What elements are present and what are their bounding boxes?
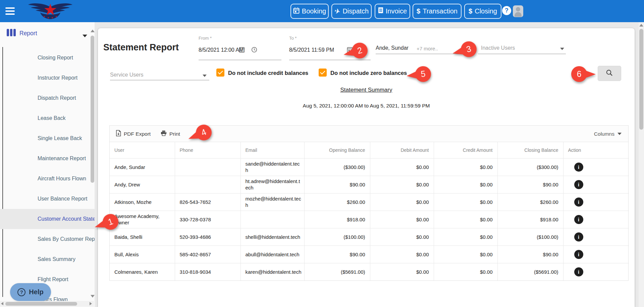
col-header-debit-amount[interactable]: Debit Amount bbox=[370, 142, 434, 158]
info-icon[interactable]: i bbox=[574, 163, 583, 172]
cell-email: mozhe@hiddentalent.tech bbox=[240, 193, 304, 211]
booking-button[interactable]: Booking bbox=[290, 4, 329, 19]
search-button[interactable] bbox=[598, 66, 621, 81]
scroll-down-icon[interactable] bbox=[91, 295, 95, 298]
col-header-user[interactable]: User bbox=[110, 142, 175, 158]
receipt-icon bbox=[378, 7, 383, 15]
closing-button[interactable]: $ Closing bbox=[464, 4, 501, 19]
zero-balances-checkbox[interactable] bbox=[319, 69, 327, 77]
columns-report-icon bbox=[7, 29, 16, 36]
cell-action: i bbox=[563, 176, 629, 193]
sidebar-item[interactable]: Sales By Customer Report bbox=[0, 229, 95, 249]
scroll-left-icon[interactable] bbox=[1, 302, 3, 305]
credit-balances-label[interactable]: Do not include credit balances bbox=[228, 70, 308, 76]
sidebar-item[interactable]: Instructor Report bbox=[0, 68, 95, 88]
sidebar-item[interactable]: Aircraft Hours Flown bbox=[0, 169, 95, 189]
cell-opening-balance: $90.00 bbox=[304, 176, 370, 193]
sidebar-horizontal-scrollbar[interactable] bbox=[0, 301, 94, 307]
cell-opening-balance: ($5691.00) bbox=[304, 263, 370, 280]
col-header-phone[interactable]: Phone bbox=[175, 142, 240, 158]
help-icon[interactable]: ? bbox=[502, 6, 511, 15]
search-icon bbox=[605, 69, 613, 78]
info-icon[interactable]: i bbox=[574, 232, 583, 242]
sidebar: Report Closing Report Instructor Report … bbox=[0, 22, 95, 307]
chevron-down-icon[interactable] bbox=[203, 75, 207, 77]
info-icon[interactable]: i bbox=[574, 180, 583, 189]
statement-summary-range: Aug 5, 2021, 12:00:00 AM to Aug 5, 2021,… bbox=[98, 103, 635, 109]
sidebar-item-label: Closing Report bbox=[0, 55, 73, 61]
columns-label: Columns bbox=[594, 131, 614, 137]
users-more-badge[interactable]: +7 more.. bbox=[417, 46, 438, 51]
sidebar-item-label: Lease Back bbox=[0, 115, 66, 121]
cell-debit-amount: $0.00 bbox=[370, 193, 434, 211]
table-row: Baida, Shelli 520-393-4686 shelli@hidden… bbox=[110, 228, 629, 246]
cell-credit-amount: $0.00 bbox=[434, 246, 497, 263]
invoice-button[interactable]: Invoice bbox=[375, 4, 410, 19]
scroll-right-icon[interactable] bbox=[90, 302, 92, 305]
cell-debit-amount: $0.00 bbox=[370, 158, 434, 176]
sidebar-item[interactable]: Closing Report bbox=[0, 48, 95, 68]
inactive-users-select[interactable]: Inactive Users bbox=[481, 45, 515, 51]
zero-balances-label[interactable]: Do not include zero balances bbox=[330, 70, 407, 76]
sidebar-item-label: Maintenance Report bbox=[0, 156, 86, 162]
pdf-file-icon bbox=[116, 130, 121, 138]
sidebar-item-label: Dispatch Report bbox=[0, 95, 76, 101]
report-submenu: Closing Report Instructor Report Dispatc… bbox=[0, 48, 95, 307]
transaction-button[interactable]: $ Transaction bbox=[413, 4, 462, 19]
sidebar-section-report[interactable]: Report bbox=[0, 22, 95, 43]
sidebar-item[interactable]: User Balance Report bbox=[0, 189, 95, 209]
scroll-up-icon[interactable] bbox=[91, 30, 95, 32]
statement-report-panel: Statement Report From * 8/5/2021 12:00 A… bbox=[98, 28, 635, 307]
cell-email: abull@hiddentalent.tech bbox=[240, 246, 304, 263]
scrollbar-thumb[interactable] bbox=[91, 36, 94, 183]
col-header-opening-balance[interactable]: Opening Balance bbox=[304, 142, 370, 158]
columns-menu-button[interactable]: Columns bbox=[594, 126, 622, 142]
user-avatar[interactable] bbox=[513, 5, 523, 17]
cell-opening-balance: ($300.00) bbox=[304, 158, 370, 176]
cell-opening-balance: $260.00 bbox=[304, 193, 370, 211]
print-button[interactable]: Print bbox=[161, 126, 180, 142]
scrollbar-thumb[interactable] bbox=[5, 302, 77, 306]
cell-debit-amount: $0.00 bbox=[370, 263, 434, 280]
col-header-email[interactable]: Email bbox=[240, 142, 304, 158]
col-header-closing-balance[interactable]: Closing Balance bbox=[497, 142, 563, 158]
chevron-down-icon[interactable] bbox=[560, 48, 564, 50]
pdf-export-button[interactable]: PDF Export bbox=[116, 126, 151, 142]
service-users-select[interactable]: Service Users bbox=[110, 72, 144, 78]
sidebar-vertical-scrollbar[interactable] bbox=[90, 30, 95, 298]
from-date-input[interactable]: 8/5/2021 12:00 AM bbox=[199, 47, 244, 53]
chevron-down-icon[interactable] bbox=[83, 35, 87, 37]
cell-action: i bbox=[563, 246, 629, 263]
sidebar-item[interactable]: Sales Summary bbox=[0, 249, 95, 269]
scroll-up-icon[interactable] bbox=[639, 24, 643, 27]
invoice-button-label: Invoice bbox=[386, 7, 407, 15]
statement-table-container: PDF Export Print Columns User Ph bbox=[109, 125, 629, 281]
help-widget-button[interactable]: ? Help bbox=[10, 283, 51, 301]
sidebar-item[interactable]: Customer Account Statement bbox=[0, 209, 95, 229]
sidebar-item[interactable]: Lease Back bbox=[0, 108, 95, 128]
cell-credit-amount: $0.00 bbox=[434, 176, 497, 193]
scrollbar-thumb[interactable] bbox=[639, 29, 643, 130]
cell-credit-amount: $0.00 bbox=[434, 158, 497, 176]
dispatch-button-label: Dispatch bbox=[342, 7, 369, 15]
users-select[interactable]: Ande, Sundar bbox=[376, 45, 409, 51]
info-icon[interactable]: i bbox=[574, 250, 583, 259]
hamburger-menu-icon[interactable] bbox=[5, 7, 15, 15]
calendar-picker-icon[interactable] bbox=[239, 47, 245, 54]
clock-picker-icon[interactable] bbox=[251, 47, 257, 54]
sidebar-item[interactable]: Maintenance Report bbox=[0, 148, 95, 169]
cell-user: Colmenares, Karen bbox=[110, 263, 175, 280]
info-icon[interactable]: i bbox=[574, 267, 583, 276]
info-icon[interactable]: i bbox=[574, 198, 583, 207]
info-icon[interactable]: i bbox=[574, 215, 583, 224]
cell-action: i bbox=[563, 228, 629, 246]
col-header-credit-amount[interactable]: Credit Amount bbox=[434, 142, 497, 158]
dispatch-button[interactable]: ✈ Dispatch bbox=[331, 4, 372, 19]
sidebar-item[interactable]: Single Lease Back bbox=[0, 128, 95, 148]
sidebar-section-label: Report bbox=[19, 30, 37, 37]
page-vertical-scrollbar[interactable] bbox=[639, 22, 644, 307]
to-date-input[interactable]: 8/5/2021 11:59 PM bbox=[289, 47, 334, 53]
sidebar-item[interactable]: Dispatch Report bbox=[0, 88, 95, 108]
annotation-arrow-6: 6 bbox=[571, 66, 587, 82]
credit-balances-checkbox[interactable] bbox=[216, 69, 224, 77]
